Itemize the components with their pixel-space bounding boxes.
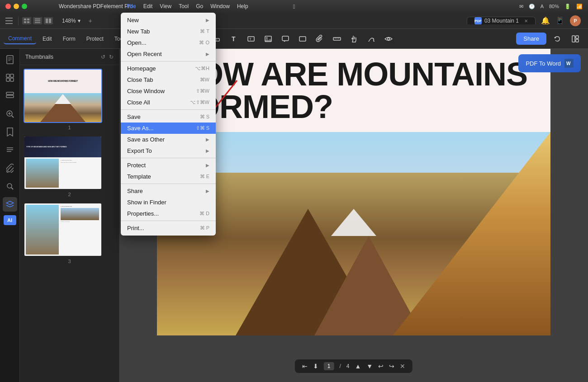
signature-tool[interactable]	[364, 32, 379, 46]
undo-icon[interactable]	[550, 32, 564, 46]
page-number-box[interactable]: 1	[324, 362, 334, 370]
menu-item-share[interactable]: Share ▶	[121, 185, 216, 197]
add-icon[interactable]: +	[86, 16, 95, 25]
list-item[interactable]: 2. FOLD MOUNTAINS 3. BLOCK MOUNTAIN 3	[24, 203, 115, 264]
svg-point-18	[266, 37, 268, 38]
rect-tool[interactable]	[295, 32, 310, 46]
ruler-tool[interactable]	[330, 32, 344, 46]
page-up-icon[interactable]: ▲	[355, 363, 361, 370]
menu-go[interactable]: Go	[196, 3, 203, 9]
page-down-btn[interactable]: ▼	[366, 363, 373, 370]
layout-icon[interactable]	[568, 32, 583, 46]
menu-item-open[interactable]: Open... ⌘ O	[121, 37, 216, 48]
main-content: AI Thumbnails ↺ ↻ HOW ARE MOUNTAINS FORM…	[0, 49, 588, 382]
thumbnail-image-1[interactable]: HOW ARE MOUNTAINS FORMED?	[24, 69, 102, 123]
sidebar-icon-list[interactable]	[3, 89, 17, 103]
thumbnail-next-icon[interactable]: ↻	[109, 54, 114, 60]
tab-close-icon[interactable]: ✕	[524, 19, 528, 24]
eye-tool[interactable]	[381, 32, 396, 46]
list-item[interactable]: HOW ARE MOUNTAINS FORMED? 1	[24, 69, 115, 130]
menu-item-new-tab[interactable]: New Tab ⌘ T	[121, 26, 216, 37]
menu-item-close-tab[interactable]: Close Tab ⌘W	[121, 74, 216, 85]
menu-tool[interactable]: Tool	[179, 3, 189, 9]
pdf-to-word-button[interactable]: PDF To Word W	[518, 54, 581, 72]
sidebar-icon-attach[interactable]	[3, 161, 17, 175]
sidebar-icon-ai[interactable]: AI	[4, 215, 16, 225]
menu-item-protect[interactable]: Protect ▶	[121, 160, 216, 171]
thumbnail-image-3[interactable]: 2. FOLD MOUNTAINS 3. BLOCK MOUNTAIN	[24, 203, 102, 257]
sidebar-icon-text[interactable]	[3, 143, 17, 157]
list-item[interactable]: TYPE OF MOUNTAINS AND HOW ARE THEY FORME…	[24, 136, 115, 197]
thumbnails-panel: Thumbnails ↺ ↻ HOW ARE MOUNTAINS FORMED?	[20, 49, 119, 382]
doc-content: HOW ARE MOUNTAINS FORMED?	[157, 49, 550, 335]
text-tool[interactable]: T	[227, 32, 241, 46]
sidebar-toggle-icon[interactable]	[4, 15, 14, 26]
toolbar: Comment Edit Form Protect Tools Batch ▾ …	[0, 29, 588, 49]
notifications-icon[interactable]: 🔔	[541, 16, 550, 25]
doc-header: HOW ARE MOUNTAINS FORMED?	[157, 49, 550, 132]
view-icon-2[interactable]	[33, 17, 42, 24]
attach-tool[interactable]	[313, 32, 327, 46]
thumbnail-prev-icon[interactable]: ↺	[101, 54, 105, 60]
zoom-control[interactable]: 148% ▾	[58, 17, 84, 25]
menu-item-template-label: Template	[127, 173, 200, 180]
svg-rect-28	[576, 39, 579, 42]
menu-edit[interactable]: Edit	[143, 3, 153, 9]
menu-item-print-shortcut: ⌘ P	[200, 225, 209, 231]
tab-protect[interactable]: Protect	[82, 34, 108, 44]
menu-item-close-all[interactable]: Close All ⌥⇧⌘W	[121, 97, 216, 108]
view-icon-1[interactable]	[22, 17, 31, 24]
image-tool[interactable]	[261, 32, 275, 46]
sidebar-icon-search[interactable]	[3, 179, 17, 193]
sidebar-icon-grid[interactable]	[3, 71, 17, 85]
close-button[interactable]	[5, 4, 11, 9]
menu-separator-3	[121, 158, 216, 158]
menu-item-print[interactable]: Print... ⌘ P	[121, 222, 216, 234]
tab-comment[interactable]: Comment	[4, 33, 36, 44]
menu-item-export-to[interactable]: Export To ▶	[121, 145, 216, 156]
page-down-icon[interactable]: ⬇	[313, 363, 318, 370]
menu-item-save-as[interactable]: Save As... ⇧⌘ S	[121, 123, 216, 134]
menu-item-open-recent[interactable]: Open Recent ▶	[121, 48, 216, 60]
menu-item-save-as-other[interactable]: Save as Other ▶	[121, 134, 216, 145]
menu-item-homepage[interactable]: Homepage ⌥⌘H	[121, 63, 216, 74]
tab-edit[interactable]: Edit	[38, 34, 57, 44]
share-button[interactable]: Share	[516, 33, 546, 45]
sidebar-icon-layers[interactable]	[3, 197, 17, 212]
menu-help[interactable]: Help	[237, 3, 248, 9]
avatar[interactable]: P	[570, 15, 581, 26]
menu-item-close-window[interactable]: Close Window ⇧⌘W	[121, 85, 216, 97]
sidebar-icon-zoom[interactable]	[3, 107, 17, 121]
comment-tool[interactable]	[278, 32, 293, 46]
toolbar-tools: T T	[192, 32, 396, 46]
svg-text:T: T	[249, 37, 251, 41]
maximize-button[interactable]	[22, 4, 27, 9]
menu-view[interactable]: View	[160, 3, 171, 9]
hand-tool[interactable]	[347, 32, 361, 46]
view-icon-3[interactable]	[44, 17, 53, 24]
menu-item-template[interactable]: Template ⌘ E	[121, 171, 216, 182]
page-forward-icon[interactable]: ↪	[389, 363, 394, 370]
active-tab[interactable]: PDF 03 Mountain 1 ✕	[467, 17, 536, 24]
zoom-arrow: ▾	[78, 18, 81, 24]
thumbnail-list: HOW ARE MOUNTAINS FORMED? 1 TYPE OF	[20, 65, 119, 382]
menu-file[interactable]: File	[127, 3, 136, 9]
device-icon[interactable]: 📱	[555, 16, 564, 25]
svg-rect-38	[6, 95, 14, 98]
page-close-icon[interactable]: ✕	[400, 363, 405, 370]
page-first-icon[interactable]: ⇤	[302, 363, 308, 370]
menu-item-properties[interactable]: Properties... ⌘ D	[121, 208, 216, 219]
menu-item-new[interactable]: New ▶	[121, 14, 216, 26]
menu-item-show-in-finder[interactable]: Show in Finder	[121, 197, 216, 208]
sidebar-icon-bookmark[interactable]	[3, 125, 17, 139]
minimize-button[interactable]	[14, 4, 19, 9]
text-box-tool[interactable]: T	[244, 32, 258, 46]
tab-form[interactable]: Form	[58, 34, 80, 44]
svg-rect-33	[6, 74, 9, 77]
tab-bar: 148% ▾ + PDF 03 Mountain 1 ✕ 🔔 📱 P	[0, 13, 588, 29]
page-back-icon[interactable]: ↩	[378, 363, 384, 370]
thumbnail-image-2[interactable]: TYPE OF MOUNTAINS AND HOW ARE THEY FORME…	[24, 136, 102, 190]
menu-item-save[interactable]: Save ⌘ S	[121, 111, 216, 123]
sidebar-icon-pages[interactable]	[3, 52, 17, 67]
menu-window[interactable]: Window	[210, 3, 230, 9]
